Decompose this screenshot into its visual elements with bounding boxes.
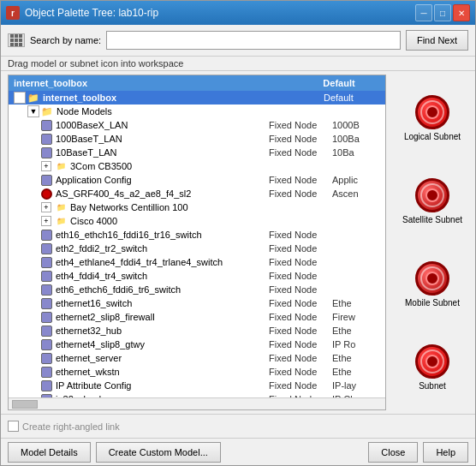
app-icon: r: [6, 6, 20, 20]
node-icon: [41, 230, 52, 241]
list-item[interactable]: ethernet_wkstn Fixed Node Ethe: [9, 365, 385, 379]
button-bar: Model Details Create Custom Model... Clo…: [1, 438, 475, 465]
node-icon: [41, 120, 52, 131]
satellite-subnet-item[interactable]: Satellite Subnet: [402, 178, 462, 224]
subnet-icon[interactable]: [415, 344, 449, 379]
item-name: ethernet2_slip8_firewall: [54, 312, 269, 322]
scroll-thumb[interactable]: [12, 400, 38, 409]
list-item[interactable]: Application Config Fixed Node Applic: [9, 173, 385, 187]
item-type: Fixed Node: [269, 147, 329, 158]
item-name: eth2_fddi2_tr2_switch: [54, 243, 269, 254]
item-detail: Firew: [332, 312, 384, 322]
item-name: Application Config: [54, 175, 269, 185]
list-item[interactable]: ethernet2_slip8_firewall Fixed Node Fire…: [9, 310, 385, 324]
satellite-subnet-label: Satellite Subnet: [402, 215, 462, 224]
list-item[interactable]: + 📁 Cisco 4000: [9, 214, 385, 228]
close-button[interactable]: ✕: [453, 4, 470, 21]
node-icon: [41, 284, 52, 296]
item-name: Bay Networks Centillion 100: [68, 202, 384, 212]
list-item[interactable]: eth2_fddi2_tr2_switch Fixed Node: [9, 242, 385, 255]
expand-icon-small[interactable]: +: [41, 202, 51, 212]
list-item[interactable]: 1000BaseX_LAN Fixed Node 1000B: [9, 118, 385, 132]
minimize-button[interactable]: ─: [415, 4, 432, 21]
title-bar: r Object Palette Tree: lab10-rip ─ □ ✕: [1, 1, 475, 25]
item-name: 3Com CB3500: [68, 161, 384, 171]
list-item[interactable]: ethernet32_hub Fixed Node Ethe: [9, 324, 385, 338]
item-name: ethernet4_slip8_gtwy: [54, 339, 269, 350]
satellite-subnet-icon[interactable]: [415, 178, 449, 212]
item-name: eth16_ethch16_fddi16_tr16_switch: [54, 230, 269, 240]
list-item[interactable]: ethernet16_switch Fixed Node Ethe: [9, 296, 385, 310]
list-item[interactable]: + 📁 Bay Networks Centillion 100: [9, 200, 385, 214]
node-icon: [41, 353, 52, 364]
item-name: 10BaseT_LAN: [54, 147, 269, 158]
item-name: ethernet16_switch: [54, 298, 269, 308]
item-type: Fixed Node: [269, 367, 329, 377]
item-detail: Ethe: [332, 353, 384, 363]
item-detail: 1000B: [332, 120, 384, 130]
item-type: Fixed Node: [269, 243, 329, 254]
item-type: Fixed Node: [269, 257, 329, 267]
tree-panel: internet_toolbox Default ▼ 📁 internet_to…: [8, 75, 386, 410]
folder-icon: 📁: [55, 215, 67, 227]
right-angled-checkbox[interactable]: [8, 421, 19, 432]
item-type: Fixed Node: [269, 284, 329, 295]
list-item[interactable]: ethernet_server Fixed Node Ethe: [9, 351, 385, 365]
list-item[interactable]: eth16_ethch16_fddi16_tr16_switch Fixed N…: [9, 228, 385, 242]
list-item[interactable]: eth4_fddi4_tr4_switch Fixed Node: [9, 269, 385, 283]
list-item[interactable]: eth6_ethch6_fddi6_tr6_switch Fixed Node: [9, 283, 385, 296]
search-input[interactable]: [106, 31, 401, 50]
grid-dot: [10, 39, 14, 42]
horizontal-scrollbar[interactable]: [9, 397, 385, 409]
tree-scroll[interactable]: ▼ 📁 internet_toolbox Default ▼ 📁 Node Mo…: [9, 91, 385, 397]
list-item[interactable]: eth4_ethlane4_fddi4_tr4_trlane4_switch F…: [9, 255, 385, 269]
folder-icon: 📁: [55, 160, 67, 172]
list-item[interactable]: ethernet4_slip8_gtwy Fixed Node IP Ro: [9, 338, 385, 351]
expand-icon[interactable]: ▼: [27, 105, 39, 117]
mobile-subnet-item[interactable]: Mobile Subnet: [405, 261, 460, 308]
node-icon: [41, 134, 52, 145]
item-type: Fixed Node: [269, 230, 329, 240]
title-bar-left: r Object Palette Tree: lab10-rip: [6, 6, 158, 20]
item-type: Fixed Node: [269, 312, 329, 322]
list-item[interactable]: IP Attribute Config Fixed Node IP-lay: [9, 379, 385, 392]
item-name: ethernet_server: [54, 353, 269, 363]
item-detail: 100Ba: [332, 134, 384, 144]
list-item[interactable]: + 📁 3Com CB3500: [9, 159, 385, 173]
list-item[interactable]: 10BaseT_LAN Fixed Node 10Ba: [9, 146, 385, 159]
grid-dot: [19, 43, 22, 46]
item-name: eth4_ethlane4_fddi4_tr4_trlane4_switch: [54, 257, 269, 267]
folder-icon: 📁: [41, 105, 53, 117]
item-type: Fixed Node: [269, 134, 329, 144]
mobile-subnet-icon[interactable]: [415, 261, 449, 296]
expand-icon-small[interactable]: +: [41, 161, 51, 171]
item-type: Fixed Node: [269, 339, 329, 350]
logical-subnet-icon[interactable]: [415, 95, 449, 129]
list-item[interactable]: AS_GRF400_4s_a2_ae8_f4_sl2 Fixed Node As…: [9, 187, 385, 200]
item-name: Cisco 4000: [68, 216, 384, 226]
help-button[interactable]: Help: [423, 442, 468, 463]
root-col2: Default: [324, 93, 384, 103]
grid-dot: [19, 34, 22, 38]
item-detail: Ascen: [332, 188, 384, 199]
node-icon: [41, 175, 52, 186]
find-next-button[interactable]: Find Next: [406, 30, 468, 51]
node-icon: [41, 243, 52, 254]
create-custom-model-button[interactable]: Create Custom Model...: [96, 442, 221, 463]
tree-root-item[interactable]: ▼ 📁 internet_toolbox Default: [9, 91, 385, 105]
logical-subnet-item[interactable]: Logical Subnet: [404, 95, 461, 141]
maximize-button[interactable]: □: [434, 4, 451, 21]
mobile-subnet-label: Mobile Subnet: [405, 298, 460, 308]
item-name: ethernet_wkstn: [54, 367, 269, 377]
expand-icon[interactable]: ▼: [14, 92, 26, 104]
close-dialog-button[interactable]: Close: [368, 442, 418, 463]
node-icon: [41, 312, 52, 323]
node-models-group[interactable]: ▼ 📁 Node Models: [9, 105, 385, 118]
expand-icon-small[interactable]: +: [41, 216, 51, 226]
node-icon-red: [41, 188, 52, 200]
list-item[interactable]: 100BaseT_LAN Fixed Node 100Ba: [9, 132, 385, 146]
item-type: Fixed Node: [269, 188, 329, 199]
subnet-item[interactable]: Subnet: [415, 344, 449, 391]
model-details-button[interactable]: Model Details: [8, 442, 91, 463]
item-detail: IP Ro: [332, 339, 384, 350]
